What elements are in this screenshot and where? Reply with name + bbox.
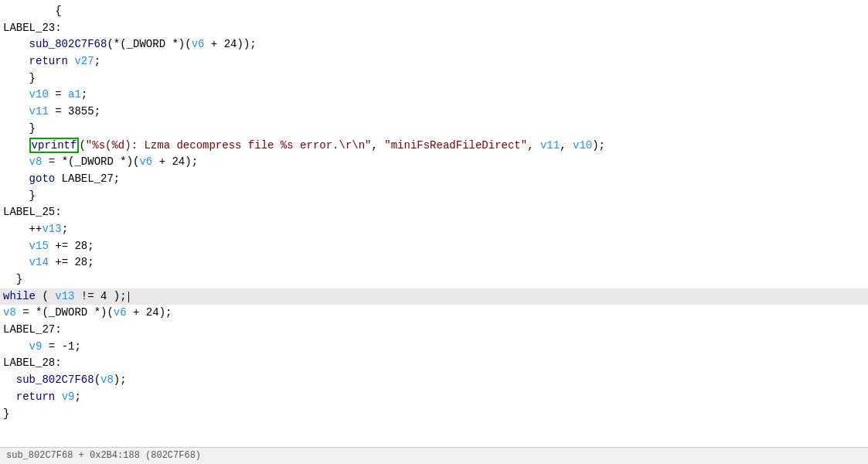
line-brace4-content: } bbox=[0, 271, 22, 288]
vprintf-comma2: , bbox=[527, 139, 540, 152]
space2 bbox=[55, 391, 61, 403]
line-sub2: sub_802C7F68(v8); bbox=[0, 372, 868, 389]
line-label28-content: LABEL_28: bbox=[0, 355, 62, 372]
fn-sub2: sub_802C7F68 bbox=[16, 374, 94, 386]
eq3: = *(_DWORD *)( bbox=[42, 155, 139, 168]
v14: v14 bbox=[29, 256, 49, 268]
line-v13: ++v13; bbox=[0, 221, 868, 238]
v6-1: v6 bbox=[192, 38, 205, 50]
line-vprintf: vprintf("%s(%d): Lzma decompress file %s… bbox=[0, 138, 868, 155]
while-neq: != 4 ); bbox=[74, 290, 126, 302]
v10: v10 bbox=[29, 88, 49, 101]
vprintf-paren: ( bbox=[79, 139, 85, 152]
line-label23: LABEL_23: bbox=[0, 20, 868, 37]
line-v11: v11 = 3855; bbox=[0, 104, 868, 121]
line-v14-content: v14 += 28; bbox=[0, 254, 94, 271]
v15: v15 bbox=[29, 240, 49, 252]
a1: a1 bbox=[68, 88, 81, 101]
line-vprintf-content: vprintf("%s(%d): Lzma decompress file %s… bbox=[0, 138, 605, 155]
v10-2: v10 bbox=[573, 139, 592, 152]
v9: v9 bbox=[29, 340, 43, 353]
line-v8-1-content: v8 = *(_DWORD *)(v6 + 24); bbox=[0, 154, 198, 171]
line-label27-content: LABEL_27: bbox=[0, 322, 62, 339]
line-return-v9: return v9; bbox=[0, 389, 868, 406]
line-label23-content: LABEL_23: bbox=[0, 20, 62, 37]
line-brace5-content: } bbox=[0, 406, 9, 423]
line-brace3: } bbox=[0, 188, 868, 205]
line-v15: v15 += 28; bbox=[0, 238, 868, 255]
line-while-content: while ( v13 != 4 ); bbox=[0, 288, 129, 305]
line-v11-content: v11 = 3855; bbox=[0, 104, 100, 121]
bottom-text: sub_802C7F68 + 0x2B4:188 (802C7F68) bbox=[6, 449, 201, 463]
line-brace1: } bbox=[0, 70, 868, 87]
v8-1: v8 bbox=[29, 155, 43, 168]
line-v10: v10 = a1; bbox=[0, 87, 868, 104]
goto-label: LABEL_27; bbox=[55, 172, 120, 185]
while-paren-open: ( bbox=[36, 290, 55, 302]
eq1: = bbox=[49, 88, 68, 101]
line-v15-content: v15 += 28; bbox=[0, 238, 94, 255]
v6-2: v6 bbox=[139, 155, 152, 168]
eq4: = *(_DWORD *)( bbox=[16, 306, 114, 319]
line-label25-content: LABEL_25: bbox=[0, 204, 62, 221]
kw-return1: return bbox=[29, 55, 68, 67]
label27-text: LABEL_27: bbox=[3, 323, 62, 336]
fn-sub1: sub_802C7F68 bbox=[29, 38, 107, 50]
v9-2: v9 bbox=[62, 391, 75, 403]
line-goto-content: goto LABEL_27; bbox=[0, 171, 120, 188]
v8-3: v8 bbox=[100, 374, 114, 386]
bottom-bar: sub_802C7F68 + 0x2B4:188 (802C7F68) bbox=[0, 447, 868, 464]
plus24-1: + 24); bbox=[152, 155, 198, 168]
line-return-v27: return v27; bbox=[0, 53, 868, 70]
line-v13-content: ++v13; bbox=[0, 221, 68, 238]
vprintf-box: vprintf bbox=[29, 138, 80, 154]
semi2: ; bbox=[81, 88, 87, 101]
line-label28: LABEL_28: bbox=[0, 355, 868, 372]
line-v14: v14 += 28; bbox=[0, 254, 868, 271]
line-v10-content: v10 = a1; bbox=[0, 87, 87, 104]
line-return-v9-content: return v9; bbox=[0, 389, 81, 406]
kw-goto: goto bbox=[29, 172, 56, 185]
line-1-content: { bbox=[0, 3, 62, 20]
line-sub1-content: sub_802C7F68(*(_DWORD *)(v6 + 24)); bbox=[0, 36, 257, 53]
line-sub1: sub_802C7F68(*(_DWORD *)(v6 + 24)); bbox=[0, 36, 868, 53]
semi1: ; bbox=[94, 55, 100, 67]
vprintf-str2: "miniFsReadFileDirect" bbox=[384, 139, 527, 152]
v13-2: v13 bbox=[55, 290, 74, 302]
line-brace4: } bbox=[0, 271, 868, 288]
semi4: ; bbox=[74, 391, 80, 403]
plus24-2: + 24); bbox=[127, 306, 172, 319]
eq2: = 3855; bbox=[49, 105, 100, 118]
line-brace2: } bbox=[0, 121, 868, 138]
line-brace3-content: } bbox=[0, 188, 36, 205]
semi3: ; bbox=[62, 223, 68, 235]
line-v9-content: v9 = -1; bbox=[0, 339, 81, 356]
line-brace1-content: } bbox=[0, 70, 36, 87]
v6-3: v6 bbox=[114, 306, 127, 319]
v11-2: v11 bbox=[540, 139, 560, 152]
v13: v13 bbox=[42, 223, 61, 235]
eq5: = -1; bbox=[42, 340, 80, 353]
sub1-plus: + 24)); bbox=[204, 38, 256, 50]
sub2-paren: ( bbox=[94, 374, 100, 386]
line-label25: LABEL_25: bbox=[0, 204, 868, 221]
pluseq1: += 28; bbox=[49, 240, 94, 252]
line-goto: goto LABEL_27; bbox=[0, 171, 868, 188]
sub2-close: ); bbox=[114, 374, 127, 386]
kw-return2: return bbox=[16, 391, 55, 403]
vprintf-fn: vprintf bbox=[32, 139, 77, 152]
vprintf-close: ); bbox=[592, 139, 605, 152]
line-v8-1: v8 = *(_DWORD *)(v6 + 24); bbox=[0, 154, 868, 171]
v8-2: v8 bbox=[3, 306, 16, 319]
vprintf-comma: , bbox=[372, 139, 385, 152]
text-cursor bbox=[128, 292, 129, 302]
label28-text: LABEL_28: bbox=[3, 357, 62, 369]
line-v8-2-content: v8 = *(_DWORD *)(v6 + 24); bbox=[0, 305, 172, 322]
code-area: { LABEL_23: sub_802C7F68(*(_DWORD *)(v6 … bbox=[0, 0, 868, 425]
line-v9: v9 = -1; bbox=[0, 339, 868, 356]
code-container: { LABEL_23: sub_802C7F68(*(_DWORD *)(v6 … bbox=[0, 0, 868, 464]
line-return-v27-content: return v27; bbox=[0, 53, 100, 70]
line-v8-2: v8 = *(_DWORD *)(v6 + 24); bbox=[0, 305, 868, 322]
line-1: { bbox=[0, 3, 868, 20]
kw-while: while bbox=[3, 290, 36, 302]
